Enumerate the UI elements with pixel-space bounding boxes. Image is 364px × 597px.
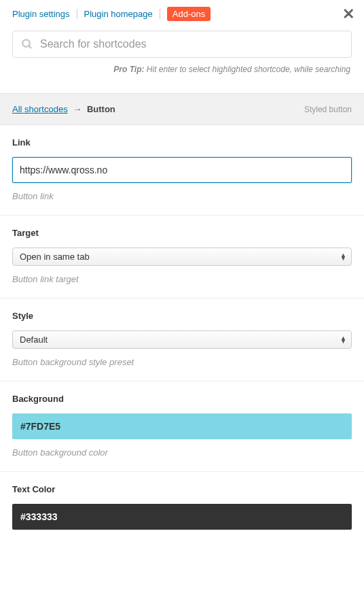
- textcolor-label: Text Color: [12, 484, 352, 494]
- svg-point-0: [22, 39, 30, 47]
- arrow-right-icon: →: [73, 104, 81, 114]
- link-input[interactable]: [12, 157, 352, 183]
- target-help-text: Button link target: [12, 274, 352, 284]
- target-label: Target: [12, 228, 352, 238]
- background-color-picker[interactable]: #7FD7E5: [12, 413, 352, 439]
- svg-line-1: [29, 46, 31, 48]
- search-input[interactable]: [40, 38, 343, 50]
- link-label: Link: [12, 137, 352, 148]
- target-select[interactable]: Open in same tab: [12, 248, 352, 266]
- textcolor-color-picker[interactable]: #333333: [12, 504, 352, 530]
- target-field-section: Target Open in same tab ▲▼ Button link t…: [0, 216, 364, 298]
- breadcrumb-root-link[interactable]: All shortcodes: [12, 104, 68, 114]
- pro-tip-text: Pro Tip: Hit enter to select highlighted…: [12, 65, 352, 74]
- breadcrumb-label: Styled button: [304, 105, 352, 114]
- breadcrumb-current: Button: [87, 104, 115, 114]
- style-label: Style: [12, 311, 352, 321]
- style-field-section: Style Default ▲▼ Button background style…: [0, 298, 364, 381]
- textcolor-field-section: Text Color #333333: [0, 472, 364, 538]
- plugin-homepage-link[interactable]: Plugin homepage: [77, 9, 160, 19]
- addons-link[interactable]: Add-ons: [167, 7, 211, 21]
- search-icon: [21, 38, 33, 50]
- style-select[interactable]: Default: [12, 330, 352, 349]
- background-label: Background: [12, 394, 352, 404]
- style-help-text: Button background style preset: [12, 357, 352, 367]
- search-box[interactable]: [12, 31, 352, 58]
- background-help-text: Button background color: [12, 447, 352, 458]
- link-field-section: Link Button link: [0, 125, 364, 216]
- plugin-settings-link[interactable]: Plugin settings: [12, 9, 77, 19]
- link-help-text: Button link: [12, 191, 352, 201]
- breadcrumb: All shortcodes → Button Styled button: [0, 93, 364, 125]
- background-field-section: Background #7FD7E5 Button background col…: [0, 381, 364, 472]
- close-icon[interactable]: ✕: [342, 7, 354, 22]
